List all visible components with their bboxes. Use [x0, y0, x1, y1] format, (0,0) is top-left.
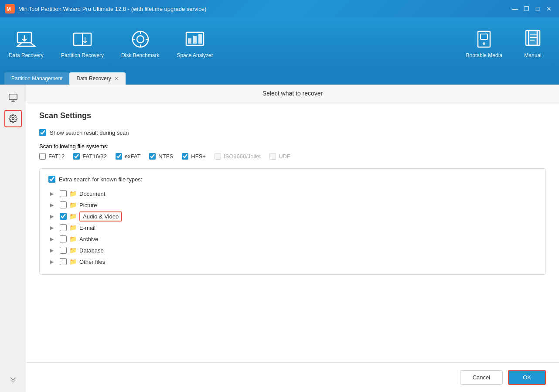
sidebar-monitor-icon[interactable]	[4, 89, 22, 106]
show-search-row: Show search result during scan	[39, 129, 546, 136]
partition-recovery-icon	[72, 29, 93, 50]
ft-document-label: Document	[79, 191, 105, 197]
folder-icon: 📁	[69, 235, 77, 242]
ok-button[interactable]: OK	[508, 370, 546, 385]
fs-hfsplus: HFS+	[182, 153, 206, 160]
toolbar-item-data-recovery[interactable]: Data Recovery	[9, 29, 44, 58]
titlebar: M MiniTool Partition Wizard Pro Ultimate…	[0, 0, 559, 17]
close-button[interactable]: ✕	[544, 4, 554, 14]
data-recovery-label: Data Recovery	[9, 52, 43, 58]
titlebar-left: M MiniTool Partition Wizard Pro Ultimate…	[5, 4, 206, 14]
restore-button[interactable]: ❐	[522, 4, 531, 14]
fs-hfsplus-checkbox[interactable]	[182, 153, 188, 160]
space-analyzer-label: Space Analyzer	[177, 52, 213, 58]
maximize-button[interactable]: □	[533, 4, 542, 14]
svg-rect-14	[198, 34, 202, 44]
ft-other-label: Other files	[79, 259, 105, 265]
ft-archive-checkbox[interactable]	[60, 235, 67, 242]
fs-iso9660-checkbox	[215, 153, 221, 160]
select-header-text: Select what to recover	[262, 90, 323, 97]
list-item: ▶ 📁 E-mail	[48, 222, 537, 233]
scan-settings-title: Scan Settings	[39, 111, 546, 120]
tab-data-recovery-close[interactable]: ✕	[115, 76, 119, 82]
chevron-right-icon[interactable]: ▶	[50, 259, 57, 265]
tab-partition-management-label: Partition Management	[11, 75, 62, 82]
ft-audio-video-label: Audio & Video	[79, 213, 122, 220]
fs-ntfs: NTFS	[149, 153, 173, 160]
main-layout: Select what to recover Scan Settings Sho…	[0, 85, 559, 392]
show-search-checkbox[interactable]	[39, 129, 46, 136]
extra-search-checkbox[interactable]	[48, 176, 55, 183]
select-header: Select what to recover	[26, 85, 559, 102]
fs-fat1632-checkbox[interactable]	[73, 153, 80, 160]
sidebar-expand-icon[interactable]	[4, 370, 22, 388]
disk-benchmark-icon	[130, 29, 151, 50]
cancel-button[interactable]: Cancel	[460, 370, 503, 385]
minimize-button[interactable]: —	[510, 4, 520, 14]
fs-hfsplus-label: HFS+	[191, 153, 206, 160]
ft-database-label: Database	[79, 247, 104, 254]
chevron-right-icon[interactable]: ▶	[50, 248, 57, 253]
manual-icon	[522, 29, 543, 50]
button-row: Cancel OK	[26, 362, 559, 392]
show-search-label: Show search result during scan	[50, 130, 129, 136]
filesystem-row: FAT12 FAT16/32 exFAT NTFS HFS+	[39, 153, 546, 160]
app-title: MiniTool Partition Wizard Pro Ultimate 1…	[18, 6, 206, 12]
list-item: ▶ 📁 Picture	[48, 199, 537, 211]
fs-fat12-checkbox[interactable]	[39, 153, 46, 160]
fs-fat1632: FAT16/32	[73, 153, 106, 160]
highlighted-label: Audio & Video	[79, 211, 122, 222]
chevron-right-icon[interactable]: ▶	[50, 236, 57, 242]
bootable-media-label: Bootable Media	[466, 52, 502, 58]
partition-recovery-label: Partition Recovery	[61, 52, 104, 58]
toolbar-item-space-analyzer[interactable]: Space Analyzer	[177, 29, 213, 58]
fs-fat12: FAT12	[39, 153, 65, 160]
content-area: Select what to recover Scan Settings Sho…	[26, 85, 559, 392]
ft-other-checkbox[interactable]	[60, 258, 67, 265]
toolbar-item-partition-recovery[interactable]: Partition Recovery	[61, 29, 104, 58]
toolbar-right: Bootable Media Manual	[466, 29, 550, 58]
fs-exfat-checkbox[interactable]	[116, 153, 122, 160]
ft-picture-checkbox[interactable]	[60, 201, 67, 208]
list-item: ▶ 📁 Other files	[48, 256, 537, 267]
filesystem-section-label: Scan following file systems:	[39, 143, 546, 150]
fs-exfat: exFAT	[116, 153, 141, 160]
app-logo: M	[5, 4, 15, 14]
toolbar-item-manual[interactable]: Manual	[515, 29, 550, 58]
tab-data-recovery-label: Data Recovery	[76, 75, 111, 82]
svg-point-17	[483, 42, 485, 45]
chevron-right-icon[interactable]: ▶	[50, 191, 57, 197]
fs-exfat-label: exFAT	[125, 153, 141, 160]
svg-point-26	[12, 118, 14, 120]
sidebar-settings-icon[interactable]	[4, 110, 22, 127]
toolbar-item-bootable-media[interactable]: Bootable Media	[466, 29, 502, 58]
ft-email-checkbox[interactable]	[60, 224, 67, 231]
folder-icon: 📁	[69, 190, 77, 197]
fs-ntfs-checkbox[interactable]	[149, 153, 156, 160]
svg-rect-16	[481, 34, 487, 39]
bootable-media-icon	[474, 29, 494, 50]
toolbar-item-disk-benchmark[interactable]: Disk Benchmark	[121, 29, 159, 58]
chevron-right-icon[interactable]: ▶	[50, 202, 57, 208]
folder-icon: 📁	[69, 201, 77, 208]
ft-archive-label: Archive	[79, 236, 98, 242]
fs-iso9660: ISO9660/Joliet	[215, 153, 261, 160]
chevron-right-icon[interactable]: ▶	[50, 225, 57, 231]
content-body: Scan Settings Show search result during …	[26, 102, 559, 362]
file-types-header: Extra search for known file types:	[48, 176, 537, 183]
filesystem-label: Scan following file systems:	[39, 143, 109, 150]
list-item: ▶ 📁 Audio & Video	[48, 211, 537, 222]
sidebar	[0, 85, 26, 392]
svg-point-6	[137, 36, 144, 43]
fs-udf: UDF	[269, 153, 290, 160]
ft-database-checkbox[interactable]	[60, 247, 67, 254]
extra-search-label: Extra search for known file types:	[59, 176, 142, 183]
tab-partition-management[interactable]: Partition Management	[4, 72, 69, 85]
ft-audio-video-checkbox[interactable]	[60, 213, 67, 220]
fs-ntfs-label: NTFS	[158, 153, 173, 160]
tab-data-recovery[interactable]: Data Recovery ✕	[69, 72, 125, 85]
chevron-right-icon[interactable]: ▶	[50, 214, 57, 219]
ft-picture-label: Picture	[79, 202, 97, 208]
ft-document-checkbox[interactable]	[60, 190, 67, 197]
manual-label: Manual	[524, 52, 541, 58]
